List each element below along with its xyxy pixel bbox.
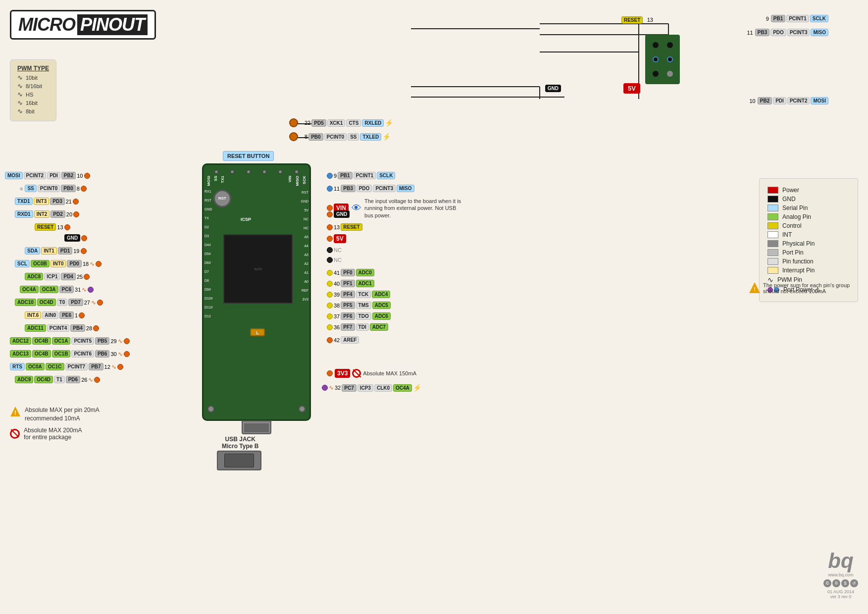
- legend-interrupt: Interrupt Pin: [767, 267, 850, 274]
- board-a2-r: A2: [304, 262, 308, 265]
- board-body: MOSI SS TX1 SCK MISO RST ICSP AVR L VIN …: [202, 163, 311, 421]
- right-pin-36: 36 PF7 TDI ADC7: [327, 323, 388, 331]
- board-nc2-r: NC: [304, 226, 308, 230]
- left-pin-10: MOSI PCINT2 PDI PB2 10: [5, 172, 90, 179]
- board-tx1-label: TX1: [220, 176, 225, 183]
- legend-physical: Physical Pin: [767, 240, 850, 247]
- board-3v3-r: 3V3: [303, 298, 308, 301]
- board-vin-label: VIN: [288, 176, 292, 182]
- left-pin-19: SDA INT1 PD1 19: [25, 247, 87, 255]
- board-a3-r: A3: [304, 253, 308, 256]
- usb-jack-drawing: [217, 451, 261, 470]
- board-sck-label: SCK: [302, 176, 306, 184]
- left-pin-30: ADC13 OC4B OC1B PCINT6 PB6 30 ∿: [10, 350, 130, 358]
- usb-jack-label: USB JACK Micro Type B: [222, 436, 258, 450]
- right-reset: 13 RESET: [327, 223, 362, 231]
- warning-per-pin: ! Absolute MAX per pin 20mA recommended …: [10, 406, 100, 423]
- right-pin-37: 37 PF6 TDO ADC6: [327, 312, 391, 320]
- board-top-pins: [204, 170, 309, 174]
- left-pin-28: ADC11 PCINT4 PB4 28: [25, 324, 99, 332]
- left-pin-29: ADC12 OC4B OC1A PCINT5 PB5 29 ∿: [10, 337, 130, 345]
- pwm-item-816bit: ∿ 8/16bit: [17, 82, 49, 90]
- board-gnd-l: GND: [204, 207, 212, 211]
- left-pin-31: OC4A OC3A PC6 31 ∿: [20, 286, 94, 293]
- top-pin-9: 9 PB1 PCINT1 SCLK: [766, 15, 828, 22]
- board-a1-r: A1: [304, 271, 308, 274]
- eye-icon: 👁: [352, 203, 361, 214]
- board-d3-l: D3: [204, 234, 209, 238]
- legend-serial: Serial Pin: [767, 205, 850, 211]
- svg-text:!: !: [14, 409, 16, 416]
- right-pin-9: 9 PB1 PCINT1 SCLK: [327, 172, 395, 179]
- left-pin-20: RXD1 INT2 PD2 20: [15, 210, 79, 218]
- top-reset-label: RESET 13: [621, 15, 655, 24]
- board-a5-r: A5: [304, 235, 308, 239]
- left-pin-1: INT.6 AIN0 PE6 1: [25, 311, 85, 319]
- right-3v3: 3V3 Absolute MAX 150mA: [327, 369, 416, 378]
- board-mosi-label: MOSI: [206, 176, 211, 186]
- board-rst-l: RST: [204, 199, 211, 202]
- top-pin-11: 11 PB3 PDO PCINT3 MISO: [747, 29, 829, 36]
- board-d11-l: D11#: [204, 306, 213, 309]
- legend-power: Power: [767, 187, 850, 194]
- board-5v-r: 5V: [304, 208, 308, 212]
- board-d5-l: D5#: [204, 252, 211, 256]
- right-nc2: NC: [327, 257, 342, 263]
- right-pin-32: ∿ 32 PC7 ICP3 CLK0 OC4A ⚡: [322, 384, 421, 392]
- left-pin-21: TXD1 INT3 PD3 21: [15, 198, 79, 205]
- board-a4-r: A4: [304, 244, 308, 248]
- board-d10-l: D10#: [204, 297, 213, 300]
- left-pin-18: SCL OC0B INT0 PD0 18 ∿: [15, 260, 102, 267]
- title-box: MICRO PINOUT: [10, 10, 156, 40]
- board-rx1-l: RX1: [204, 190, 211, 193]
- legend-control: Control: [767, 222, 850, 229]
- pwm-item-8bit: ∿ 8bit: [17, 107, 49, 115]
- top-gnd: GND: [545, 83, 561, 92]
- main-chip: AVR: [223, 234, 293, 304]
- title-micro: MICRO: [18, 14, 75, 35]
- right-nc1: NC: [327, 247, 342, 253]
- left-gnd: GND: [64, 234, 87, 242]
- right-gnd: GND: [327, 210, 350, 218]
- right-pin-11: 11 PB3 PDO PCINT3 MISO: [327, 185, 414, 192]
- icsp-connector: [645, 35, 680, 84]
- board-d7-l: D7: [204, 270, 209, 273]
- legend-gnd: GND: [767, 196, 850, 203]
- board-d2-l: D2: [204, 225, 209, 229]
- left-pin-12: RTS OC0A OC1C PCINT7 PB7 12 ∿: [10, 363, 123, 370]
- pwm-item-hs: ∿ HS: [17, 91, 49, 98]
- board-d8-l: D8: [204, 279, 209, 282]
- top-5v: 5V: [623, 83, 640, 94]
- led-8-labels: 8 PB0 PCINT0 SS TXLED ⚡: [305, 133, 391, 141]
- icsp-label: ICSP: [241, 217, 251, 222]
- board-tx-l: TX: [204, 216, 209, 220]
- pwm-item-10bit: ∿ 10bit: [17, 74, 49, 81]
- pwm-legend-title: PWM TYPE: [17, 65, 49, 72]
- usb-connector: [242, 420, 271, 434]
- led-22-labels: 22 PD5 XCK1 CTS RXLED ⚡: [305, 119, 393, 127]
- board-ss-label: SS: [213, 176, 218, 181]
- left-pin-25: ADC8 ICP1 PD4 25: [25, 273, 90, 280]
- board-d9-l: D9#: [204, 288, 211, 291]
- board-rst-r: RST: [302, 191, 308, 194]
- legend-function: Pin function: [767, 258, 850, 265]
- left-pin-26: ADC9 OC4D T1 PD6 26 ∿: [15, 376, 100, 383]
- reset-button-label: RESET BUTTON: [223, 151, 274, 161]
- warning-total: Absolute MAX 200mAfor entire package: [10, 427, 82, 441]
- legend-int: INT: [767, 231, 850, 238]
- board-d12-l: D12: [204, 314, 211, 318]
- left-pin-8: ≡ SS PCINT0 PB0 8: [20, 185, 87, 192]
- left-pin-27: ADC10 OC4D T0 PD7 27 ∿: [15, 299, 103, 306]
- inductor: L: [250, 328, 265, 336]
- legend-analog: Analog Pin: [767, 213, 850, 220]
- right-pin-41: 41 PF0 ADC0: [327, 269, 374, 276]
- right-5v: 5V: [327, 234, 346, 243]
- right-pin-40: 40 PF1 ADC1: [327, 280, 374, 287]
- board-ref-r: REF: [302, 289, 308, 292]
- bq-text: bq: [823, 551, 858, 571]
- pwm-item-16bit: ∿ 16bit: [17, 99, 49, 106]
- left-reset: RESET 13: [35, 223, 70, 231]
- board-d4-l: D4#: [204, 243, 211, 247]
- title-pinout: PINOUT: [77, 14, 148, 35]
- right-aref: 42 AREF: [327, 336, 359, 344]
